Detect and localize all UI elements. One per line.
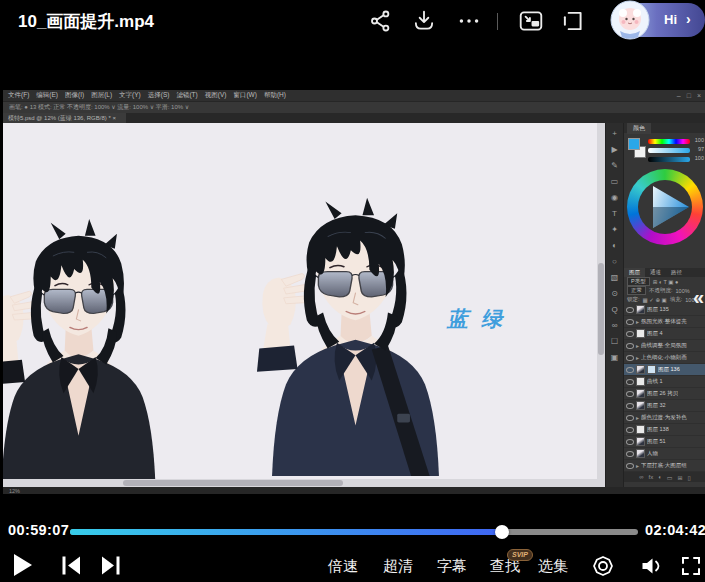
layer-name: 图层 32	[647, 402, 666, 409]
speed-button[interactable]: 倍速	[328, 557, 358, 576]
subtitle-button[interactable]: 字幕	[437, 557, 467, 576]
lock-label: 锁定:	[627, 296, 640, 303]
layer-row: 图层 4	[624, 328, 705, 340]
total-time: 02:04:42	[645, 522, 705, 538]
ps-menu-item: 选择(S)	[148, 91, 170, 100]
color-panel-header: 颜色	[624, 123, 705, 133]
avatar	[610, 0, 650, 40]
eye-icon	[626, 319, 634, 325]
panel-footer-icon: fx	[648, 474, 653, 480]
layer-thumb	[636, 449, 645, 458]
hue-value: 100	[692, 137, 704, 143]
next-button[interactable]	[100, 555, 121, 576]
eye-icon	[626, 463, 634, 469]
share-icon[interactable]	[368, 8, 394, 34]
ps-tool-icon: +	[612, 126, 617, 142]
ps-tool-icon: ▧	[611, 270, 619, 286]
layer-name: 图层 4	[647, 330, 663, 337]
lock-icons: ▦ ✓ ⊕ ▣	[643, 297, 667, 303]
blend-mode-select: 正常	[627, 286, 646, 295]
layers-list: 图层 135▸氛围光效·整体提亮图层 4▸曲线调整·全局氛围▸上色细化·小物刻画…	[624, 304, 705, 472]
layer-thumb	[636, 329, 645, 338]
layer-name: 图层 26 拷贝	[647, 390, 678, 397]
ps-tool-icon: ◐	[612, 238, 617, 254]
download-icon[interactable]	[411, 8, 437, 34]
saturation-slider	[648, 148, 690, 153]
layer-name: 人物	[647, 450, 658, 457]
more-icon[interactable]	[456, 8, 482, 34]
ps-tool-icon: ☐	[611, 334, 618, 350]
current-time: 00:59:07	[8, 522, 69, 538]
ps-window-buttons: –□×	[677, 91, 701, 100]
layer-thumb	[636, 365, 645, 374]
canvas-vscrollbar	[597, 123, 605, 479]
layer-row: 曲线 1	[624, 376, 705, 388]
settings-icon[interactable]	[592, 555, 614, 577]
profile-label: Hi	[664, 12, 677, 27]
fullscreen-icon[interactable]	[681, 556, 701, 576]
quality-button[interactable]: 超清	[383, 557, 413, 576]
layer-filter-select: P类型	[627, 277, 650, 286]
layer-row: ▸上色细化·小物刻画	[624, 352, 705, 364]
previous-button[interactable]	[61, 555, 82, 576]
ps-tool-icon: ○	[612, 254, 617, 270]
progress-fill	[70, 529, 502, 535]
search-button[interactable]: 查找SVIP	[490, 557, 520, 576]
ps-tool-icon: ⊙	[611, 286, 618, 302]
foreground-swatch	[628, 138, 640, 150]
layer-row: ▸曲线调整·全局氛围	[624, 340, 705, 352]
hue-slider	[648, 139, 690, 144]
layer-filter-row: P类型 ⊞ ◐ T ▣ ●	[624, 277, 705, 286]
layer-row: 图层 26 拷贝	[624, 388, 705, 400]
layer-row: ▸下层打底·大图层组	[624, 460, 705, 472]
profile-chevron-icon: ›	[686, 11, 691, 27]
profile-pill[interactable]: Hi ›	[612, 3, 705, 37]
layer-name: 图层 138	[647, 426, 669, 433]
eye-icon	[626, 415, 634, 421]
ps-tool-icon: ∞	[612, 318, 618, 334]
pip-icon[interactable]	[518, 8, 544, 34]
opacity-value: 100%	[676, 288, 690, 294]
progress-handle[interactable]	[495, 525, 509, 539]
ps-menu-item: 图像(I)	[65, 91, 84, 100]
eye-icon	[626, 439, 634, 445]
character-portrait-left	[3, 206, 196, 479]
group-arrow-icon: ▸	[636, 462, 639, 469]
zoom-level: 12%	[9, 488, 20, 494]
character-portrait-right	[228, 184, 483, 476]
ps-tool-icon: ▣	[611, 350, 619, 366]
eye-icon	[626, 331, 634, 337]
progress-bar[interactable]	[70, 529, 638, 535]
color-panel-tab: 颜色	[627, 123, 651, 134]
play-button[interactable]	[12, 553, 34, 577]
ps-tool-icon: ✎	[611, 158, 618, 174]
group-arrow-icon: ▸	[636, 354, 639, 361]
ps-menu-items: 文件(F)编辑(E)图像(I)图层(L)文字(Y)选择(S)滤镜(T)视图(V)…	[8, 91, 286, 100]
panel-collapse-icon: «	[693, 286, 704, 309]
layer-name: 图层 51	[647, 438, 666, 445]
ps-canvas: 蓝绿	[3, 123, 605, 479]
color-swatches	[628, 138, 644, 158]
ps-options-text: 画笔: ● 13 模式: 正常 不透明度: 100% ∨ 流量: 100% ∨ …	[9, 103, 189, 112]
panel-footer-icon: ▭	[667, 474, 673, 481]
ps-options-bar: 画笔: ● 13 模式: 正常 不透明度: 100% ∨ 流量: 100% ∨ …	[3, 101, 705, 113]
layer-name: 上色细化·小物刻画	[641, 354, 687, 361]
ps-menu-bar: 文件(F)编辑(E)图像(I)图层(L)文字(Y)选择(S)滤镜(T)视图(V)…	[3, 90, 705, 101]
watermark-text: 蓝绿	[447, 305, 515, 333]
ps-menu-item: 文件(F)	[8, 91, 29, 100]
episodes-button[interactable]: 选集	[538, 557, 568, 576]
layer-name: 下层打底·大图层组	[641, 462, 687, 469]
video-surface[interactable]: 文件(F)编辑(E)图像(I)图层(L)文字(Y)选择(S)滤镜(T)视图(V)…	[3, 90, 705, 494]
group-arrow-icon: ▸	[636, 318, 639, 325]
svip-badge: SVIP	[507, 549, 533, 561]
eye-icon	[626, 403, 634, 409]
ps-tool-icon: ✦	[611, 222, 618, 238]
eye-icon	[626, 391, 634, 397]
miniplayer-icon[interactable]	[560, 8, 586, 34]
layer-thumb	[636, 377, 645, 386]
tab-layers: 图层	[624, 268, 645, 277]
group-arrow-icon: ▸	[636, 342, 639, 349]
volume-icon[interactable]	[640, 555, 663, 577]
eye-icon	[626, 343, 634, 349]
eye-icon	[626, 451, 634, 457]
